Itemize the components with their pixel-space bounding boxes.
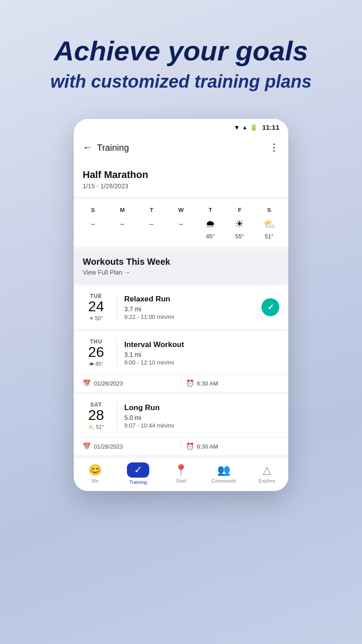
workouts-title: Workouts This Week [83,257,279,267]
workout-divider [117,402,117,429]
day-label: M [120,207,125,213]
nav-training-icon: ✓ [134,464,142,476]
day-col: W– [166,207,196,240]
schedule-date-item[interactable]: 📅01/26/2023 [83,379,177,387]
hero-subtitle: with customized training plans [27,71,335,92]
day-label: S [91,207,95,213]
workout-completed-icon: ✓ [261,298,279,316]
day-col: F☀55° [225,207,255,240]
workout-main: SAT28⛅51°Long Run5.0 mi9:07 - 10:44 min/… [74,394,288,437]
workout-weather-icon: ☀ [89,315,94,322]
schedule-date-item[interactable]: 📅01/28/2023 [83,442,177,450]
workout-info: Long Run5.0 mi9:07 - 10:44 min/mi [124,403,279,429]
wifi-icon: ▼ [234,124,240,131]
day-dash: – [91,217,95,231]
day-temp: 45° [206,233,215,240]
workout-date-col: THU26🌧45° [83,339,109,367]
nav-item-start[interactable]: 📍Start [160,464,202,483]
nav-start-label: Start [176,478,186,483]
nav-community-label: Community [211,478,236,483]
nav-item-community[interactable]: 👥Community [202,464,245,483]
workout-weather: 🌧45° [89,361,103,367]
workout-name: Interval Workout [124,340,279,349]
workout-distance: 3.7 mi [124,305,254,313]
day-label: T [150,207,153,213]
plan-header: Half Marathon 1/15 - 1/28/2023 [74,160,288,197]
workout-weather: ⛅51° [88,424,104,430]
workout-cards: TUE24☀50°Relaxed Run3.7 mi9:22 - 11:00 m… [74,286,288,455]
nav-item-me[interactable]: 😊Me [74,464,117,483]
nav-me-label: Me [92,478,98,483]
day-dash: – [179,217,183,231]
calendar-icon: 📅 [83,442,91,450]
workout-weather-icon: 🌧 [89,361,94,367]
nav-explore-icon: △ [263,464,271,476]
weather-icon: 🌧 [206,217,215,231]
weather-icon: ⛅ [263,217,275,231]
back-button[interactable]: ← [83,142,93,153]
day-label: F [238,207,241,213]
bottom-nav: 😊Me✓Training📍Start👥Community△Explore [74,458,288,491]
schedule-row: 📅01/28/2023⏰6:30 AM [74,437,288,455]
signal-icon: ▲ [242,124,248,131]
workout-day-num: 26 [88,345,104,359]
plan-title: Half Marathon [83,169,279,181]
workout-temp: 50° [95,315,103,322]
workout-temp: 45° [95,361,103,367]
workouts-section: Workouts This Week View Full Plan → [74,250,288,283]
nav-item-explore[interactable]: △Explore [245,464,288,483]
view-plan-label: View Full Plan [83,269,122,276]
workout-info: Interval Workout3.1 mi9:00 - 12:10 min/m… [124,340,279,366]
schedule-time-item[interactable]: ⏰6:30 AM [186,379,280,387]
hero-title: Achieve your goals [27,36,335,66]
nav-training-label: Training [129,479,147,485]
day-dash: – [120,217,124,231]
schedule-divider [181,442,181,450]
workout-card[interactable]: THU26🌧45°Interval Workout3.1 mi9:00 - 12… [74,331,288,392]
status-icons: ▼ ▲ 🔋 11:11 [234,123,279,131]
nav-item-training[interactable]: ✓Training [117,462,160,485]
view-plan-arrow: → [124,269,130,276]
status-bar: ▼ ▲ 🔋 11:11 [74,119,288,136]
workout-temp: 51° [96,424,104,430]
view-plan-link[interactable]: View Full Plan → [83,269,279,276]
workout-main: THU26🌧45°Interval Workout3.1 mi9:00 - 12… [74,331,288,374]
nav-title: Training [97,143,269,153]
phone-frame: ▼ ▲ 🔋 11:11 ← Training ⋮ Half Marathon 1… [74,119,288,491]
calendar-icon: 📅 [83,379,91,387]
workout-card[interactable]: TUE24☀50°Relaxed Run3.7 mi9:22 - 11:00 m… [74,286,288,329]
schedule-time-item[interactable]: ⏰6:30 AM [186,442,280,450]
nav-header: ← Training ⋮ [74,136,288,160]
hero-section: Achieve your goals with customized train… [0,0,362,110]
schedule-time: 6:30 AM [197,443,219,450]
day-col: T🌧45° [196,207,225,240]
day-dash: – [150,217,154,231]
workout-divider [117,294,117,321]
workout-pace: 9:22 - 11:00 min/mi [124,314,254,320]
workout-card[interactable]: SAT28⛅51°Long Run5.0 mi9:07 - 10:44 min/… [74,394,288,455]
workout-name: Long Run [124,403,279,412]
schedule-divider [181,379,181,387]
alarm-icon: ⏰ [186,442,194,450]
workout-day-num: 28 [88,408,104,422]
workout-pace: 9:00 - 12:10 min/mi [124,359,279,366]
workout-day-num: 24 [88,299,104,314]
day-col: M– [108,207,137,240]
workout-date-col: TUE24☀50° [83,293,109,322]
day-col: S– [78,207,108,240]
battery-icon: 🔋 [250,124,257,131]
workout-info: Relaxed Run3.7 mi9:22 - 11:00 min/mi [124,295,254,320]
workout-pace: 9:07 - 10:44 min/mi [124,422,279,429]
weather-week: S–M–T–W–T🌧45°F☀55°S⛅51° [74,199,288,247]
workout-weather-icon: ⛅ [88,424,95,430]
day-temp: 51° [265,233,274,240]
day-label: T [209,207,212,213]
workout-distance: 5.0 mi [124,414,279,421]
day-col: S⛅51° [254,207,284,240]
workout-name: Relaxed Run [124,295,254,304]
schedule-date: 01/28/2023 [94,443,123,450]
more-button[interactable]: ⋮ [269,142,279,153]
nav-me-icon: 😊 [88,464,102,476]
plan-dates: 1/15 - 1/28/2023 [83,182,279,190]
workout-divider [117,339,117,366]
